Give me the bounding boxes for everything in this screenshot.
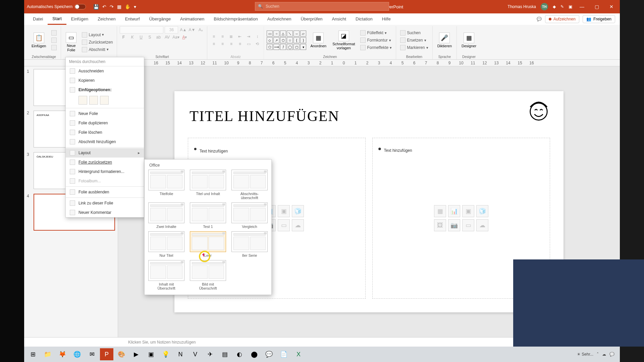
shape-outline-button[interactable]: Formkontur▾ [359,37,393,44]
obs-icon[interactable]: ⬤ [248,348,261,360]
record-button[interactable]: Aufzeichnen [545,15,579,23]
arrange-button[interactable]: ▦Anordnen [308,32,328,49]
powerpoint-icon[interactable]: P [100,348,113,360]
shape-fill-button[interactable]: Fülleffekt▾ [359,29,393,36]
tray-chevron-icon[interactable]: ˄ [597,352,599,357]
minimize-button[interactable]: — [577,2,587,12]
undo-icon[interactable]: ↶ [102,4,106,9]
tray-icon[interactable]: ☁ [602,352,606,357]
diamond-icon[interactable]: ◆ [553,4,556,9]
redo-icon[interactable]: ↷ [110,4,114,9]
app-icon[interactable]: ▤ [218,348,231,360]
layout-option[interactable]: Inhalt mit Überschrift [148,260,185,290]
menu-format-background[interactable]: Hintergrund formatieren... [66,167,144,176]
section-button[interactable]: Abschnitt▾ [80,46,114,53]
font-size-select[interactable]: 36 [165,26,178,34]
excel-icon[interactable]: X [292,348,305,360]
menu-duplicate-slide[interactable]: Folie duplizieren [66,118,144,128]
format-painter-button[interactable] [50,44,58,51]
reset-button[interactable]: Zurücksetzen [80,39,114,46]
layout-option[interactable]: Test 1 [190,202,226,229]
select-button[interactable]: Markieren▾ [399,44,429,51]
app-icon[interactable]: ▣ [144,348,158,360]
pen-icon[interactable]: ✎ [560,4,564,9]
menu-reset-slide[interactable]: Folie zurücksetzen [66,158,144,167]
menu-cut[interactable]: Ausschneiden [66,66,144,76]
smiley-icon[interactable] [527,99,550,122]
paste-option-3[interactable] [100,96,109,105]
menu-new-slide[interactable]: Neue Folie [66,109,144,118]
content-placeholder-icons[interactable]: ▦📊▣🧊🖼📷▭☁ [434,205,488,231]
layout-option[interactable]: Zwei Inhalte [148,202,185,229]
start-button[interactable]: ⊞ [26,348,40,360]
menu-hide-slide[interactable]: Folie ausblenden [66,187,144,197]
menu-new-comment[interactable]: Neuer Kommentar [66,208,144,217]
tab-überprüfen[interactable]: Überprüfen [296,14,327,24]
font-family-select[interactable] [120,26,163,34]
maximize-button[interactable]: ▢ [592,2,602,12]
tab-datei[interactable]: Datei [28,14,48,24]
new-slide-button[interactable]: ▭Neue Folie [64,32,78,52]
firefox-icon[interactable]: 🦊 [56,348,69,360]
app-icon[interactable]: ◐ [233,348,246,360]
tab-einfügen[interactable]: Einfügen [66,14,93,24]
touch-icon[interactable]: ✋ [125,4,130,9]
designer-button[interactable]: ▦Designer [460,32,478,49]
taskbar[interactable]: ⊞ 📁 🦊 🌐 ✉ P 🎨 ▶ ▣ 💡 N V ✈ ▤ ◐ ⬤ 💬 📄 X ☀ … [24,347,620,362]
app-icon[interactable]: 🎨 [115,348,128,360]
underline-button[interactable]: U [137,34,145,41]
app-icon[interactable]: V [189,348,202,360]
weather-widget[interactable]: ☀ Sehr... [577,352,593,357]
bold-button[interactable]: F [120,34,127,41]
italic-button[interactable]: K [128,34,136,41]
dictate-button[interactable]: 🎤Diktieren [435,32,454,49]
layout-option[interactable]: Bild mit Überschrift [190,260,226,290]
telegram-icon[interactable]: ✈ [203,348,217,360]
paste-option-1[interactable] [78,96,87,105]
tab-entwurf[interactable]: Entwurf [120,14,145,24]
paste-button[interactable]: 📋Einfügen [30,32,48,49]
autosave-toggle[interactable]: Automatisches Speichern [27,4,86,9]
chrome-icon[interactable]: 🌐 [70,348,84,360]
tab-dictation[interactable]: Dictation [351,14,377,24]
discord-icon[interactable]: 💬 [262,348,276,360]
present-icon[interactable]: ▦ [117,4,121,9]
more-icon[interactable]: ▾ [134,4,136,9]
search-input[interactable] [266,4,386,9]
find-button[interactable]: Suchen [399,29,429,36]
toggle-icon[interactable] [74,4,86,9]
tab-zeichnen[interactable]: Zeichnen [93,14,120,24]
menu-search[interactable]: Menüs durchsuchen [66,57,144,66]
app-icon[interactable]: ▣ [569,4,572,9]
app-icon[interactable]: 📄 [277,348,290,360]
search-box[interactable]: 🔍 [255,2,389,11]
layout-option[interactable]: Nur Titel [148,231,185,257]
layout-option[interactable]: Abschnitts- überschrift [231,170,268,200]
layout-option[interactable]: Titel und Inhalt [190,170,226,200]
menu-layout[interactable]: Layout▸ [66,148,144,158]
tab-animationen[interactable]: Animationen [175,14,209,24]
menu-link-to-slide[interactable]: Link zu dieser Folie [66,198,144,208]
app-icon[interactable]: 💡 [159,348,172,360]
font-color-button[interactable]: A▾ [181,34,188,41]
layout-button[interactable]: Layout▾ [80,32,114,38]
layout-option[interactable]: Titelfolie [148,170,185,200]
layout-option[interactable]: 8er Serie [231,231,268,257]
avatar[interactable]: TH [541,3,548,10]
menu-delete-slide[interactable]: Folie löschen [66,128,144,137]
close-button[interactable]: ✕ [606,2,616,12]
onenote-icon[interactable]: N [174,348,187,360]
tab-aufzeichnen[interactable]: Aufzeichnen [263,14,296,24]
tab-ansicht[interactable]: Ansicht [327,14,351,24]
shapes-gallery[interactable]: ▭○△＼↔▱ ◇↗⬡☆{} ⬠⟶⤴◯▢▾ [267,31,306,50]
cut-button[interactable] [50,29,58,36]
tab-start[interactable]: Start [48,13,66,25]
tab-hilfe[interactable]: Hilfe [377,14,395,24]
paste-option-2[interactable] [89,96,98,105]
vlc-icon[interactable]: ▶ [129,348,143,360]
menu-add-section[interactable]: Abschnitt hinzufügen [66,137,144,146]
slide-title-placeholder[interactable]: TITEL HINZUFÜGEN [188,105,550,128]
copy-button[interactable] [50,37,58,44]
share-button[interactable]: 👥Freigeben [583,15,615,23]
outlook-icon[interactable]: ✉ [85,348,99,360]
